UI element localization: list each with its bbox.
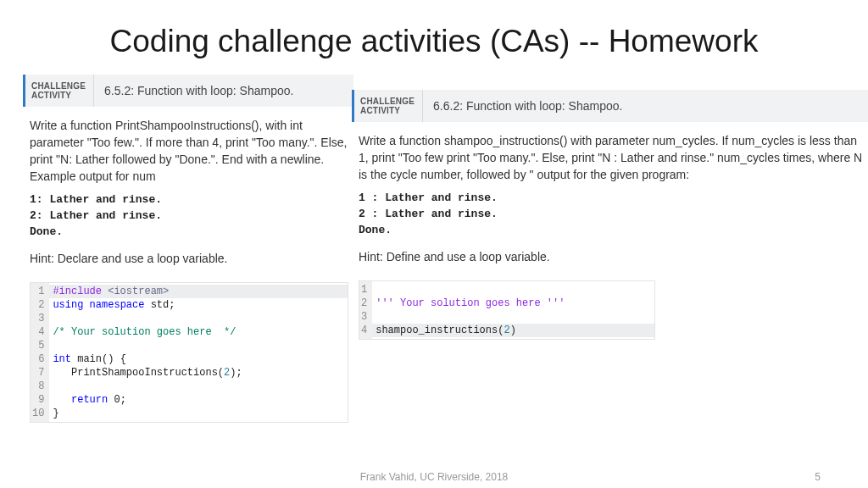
code-lines[interactable]: #include <iostream> using namespace std;… bbox=[49, 283, 348, 422]
code-token bbox=[53, 394, 71, 406]
challenge-badge: CHALLENGE ACTIVITY bbox=[354, 90, 423, 122]
code-token: <iostream> bbox=[102, 286, 169, 297]
badge-line-2: ACTIVITY bbox=[360, 106, 415, 115]
output-line: 1 : Lather and rinse. bbox=[359, 190, 864, 206]
output-line: 1: Lather and rinse. bbox=[30, 191, 348, 208]
code-token: std; bbox=[144, 299, 175, 311]
badge-line-2: ACTIVITY bbox=[31, 91, 86, 100]
challenge-panel-right: CHALLENGE ACTIVITY 6.6.2: Function with … bbox=[352, 90, 868, 343]
panel-body: Write a function PrintShampooInstruction… bbox=[23, 107, 353, 426]
hint-text: Hint: Declare and use a loop variable. bbox=[30, 252, 348, 265]
panel-header-title: 6.6.2: Function with loop: Shampoo. bbox=[423, 90, 622, 122]
example-output: 1 : Lather and rinse. 2 : Lather and rin… bbox=[359, 190, 864, 238]
code-token: 0; bbox=[108, 394, 126, 406]
code-token: ); bbox=[230, 367, 242, 379]
page-number: 5 bbox=[815, 471, 821, 483]
code-editor[interactable]: 12345 678910 #include <iostream> using n… bbox=[30, 282, 348, 423]
code-token: namespace bbox=[83, 299, 144, 311]
code-token: #include bbox=[53, 286, 102, 297]
code-token: shampoo_instructions( bbox=[376, 324, 504, 336]
output-line: Done. bbox=[359, 222, 864, 238]
line-gutter: 12345 678910 bbox=[31, 283, 49, 422]
code-lines[interactable]: ''' Your solution goes here ''' shampoo_… bbox=[372, 281, 654, 339]
output-line: 2: Lather and rinse. bbox=[30, 208, 348, 224]
challenge-panel-left: CHALLENGE ACTIVITY 6.5.2: Function with … bbox=[23, 75, 353, 426]
example-output: 1: Lather and rinse. 2: Lather and rinse… bbox=[30, 191, 348, 240]
code-token: 2 bbox=[504, 324, 509, 336]
challenge-badge: CHALLENGE ACTIVITY bbox=[25, 75, 94, 107]
code-token: main() { bbox=[71, 353, 126, 365]
output-line: Done. bbox=[30, 224, 348, 240]
badge-line-1: CHALLENGE bbox=[31, 81, 86, 91]
code-token: ''' Your solution goes here ''' bbox=[376, 297, 565, 309]
panel-header-title: 6.5.2: Function with loop: Shampoo. bbox=[94, 75, 293, 107]
prompt-text: Write a function PrintShampooInstruction… bbox=[30, 117, 348, 185]
code-token: using bbox=[53, 299, 83, 311]
panels-container: CHALLENGE ACTIVITY 6.5.2: Function with … bbox=[0, 75, 868, 447]
line-gutter: 1234 bbox=[359, 281, 372, 339]
code-token: ) bbox=[510, 324, 516, 336]
slide-title: Coding challenge activities (CAs) -- Hom… bbox=[0, 24, 868, 59]
code-token: int bbox=[53, 353, 71, 365]
code-token: } bbox=[53, 408, 58, 419]
code-token: /* Your solution goes here */ bbox=[53, 326, 236, 338]
code-token: PrintShampooInstructions( bbox=[53, 367, 224, 379]
badge-line-1: CHALLENGE bbox=[360, 97, 415, 106]
output-line: 2 : Lather and rinse. bbox=[359, 206, 864, 222]
code-editor[interactable]: 1234 ''' Your solution goes here ''' sha… bbox=[359, 280, 655, 340]
footer-text: Frank Vahid, UC Riverside, 2018 bbox=[0, 471, 868, 483]
panel-body: Write a function shampoo_instructions() … bbox=[352, 122, 868, 343]
hint-text: Hint: Define and use a loop variable. bbox=[359, 250, 864, 263]
panel-header: CHALLENGE ACTIVITY 6.6.2: Function with … bbox=[352, 90, 868, 122]
panel-header: CHALLENGE ACTIVITY 6.5.2: Function with … bbox=[23, 75, 353, 107]
prompt-text: Write a function shampoo_instructions() … bbox=[359, 132, 864, 183]
code-token: return bbox=[71, 394, 108, 406]
